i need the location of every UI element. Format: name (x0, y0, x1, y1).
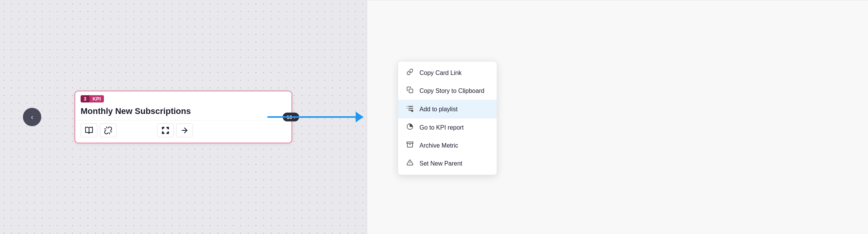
arrow-right-icon (180, 126, 189, 135)
menu-item-copy-card-link-label: Copy Card Link (419, 70, 462, 76)
svg-rect-5 (409, 89, 413, 93)
pie-chart-icon (406, 123, 414, 132)
unlink-icon-button[interactable] (100, 123, 117, 137)
action-slot-3 (195, 123, 212, 137)
menu-item-go-kpi-label: Go to KPI report (419, 124, 464, 131)
nav-prev-button[interactable]: ‹ (23, 108, 41, 126)
card-kpi-badge: KPI (89, 95, 104, 102)
svg-rect-13 (407, 142, 413, 143)
focus-icon-button[interactable] (157, 123, 174, 137)
menu-item-archive[interactable]: Archive Metric (398, 136, 497, 154)
card-actions-bar (75, 120, 291, 143)
menu-item-set-parent-label: Set New Parent (419, 160, 462, 167)
chevron-left-icon: ‹ (31, 113, 33, 121)
menu-item-copy-story-label: Copy Story to Clipboard (419, 88, 484, 94)
context-menu: Copy Card Link Copy Story to Clipboard (398, 61, 497, 175)
action-slot-1 (119, 123, 136, 137)
card-number-badge: 3 (81, 95, 89, 102)
card-header: 3 KPI (75, 91, 291, 105)
menu-item-go-kpi[interactable]: Go to KPI report (398, 119, 497, 136)
focus-icon (161, 126, 170, 135)
copy-icon (406, 86, 414, 95)
archive-icon (406, 141, 414, 150)
menu-item-add-playlist[interactable]: Add to playlist (398, 100, 497, 119)
context-menu-panel: Copy Card Link Copy Story to Clipboard (367, 0, 868, 234)
arrow-indicator (267, 106, 382, 128)
playlist-add-icon (406, 104, 414, 114)
card-title: Monthly New Subscriptions (75, 105, 291, 120)
menu-item-add-playlist-label: Add to playlist (419, 106, 458, 113)
hierarchy-icon (406, 159, 414, 168)
menu-item-archive-label: Archive Metric (419, 142, 458, 149)
menu-item-set-parent[interactable]: Set New Parent (398, 154, 497, 172)
book-icon-button[interactable] (81, 123, 97, 137)
unlink-icon (104, 126, 112, 135)
menu-item-copy-card-link[interactable]: Copy Card Link (398, 64, 497, 82)
canvas-area: ‹ 3 KPI Monthly New Subscriptions (0, 0, 367, 234)
link-icon (406, 68, 414, 77)
arrow-right-icon-button[interactable] (176, 123, 193, 137)
arrow-line (267, 116, 363, 118)
action-slot-2 (138, 123, 155, 137)
menu-item-copy-story[interactable]: Copy Story to Clipboard (398, 82, 497, 100)
book-icon (85, 126, 93, 135)
metric-card: 3 KPI Monthly New Subscriptions (74, 91, 292, 143)
